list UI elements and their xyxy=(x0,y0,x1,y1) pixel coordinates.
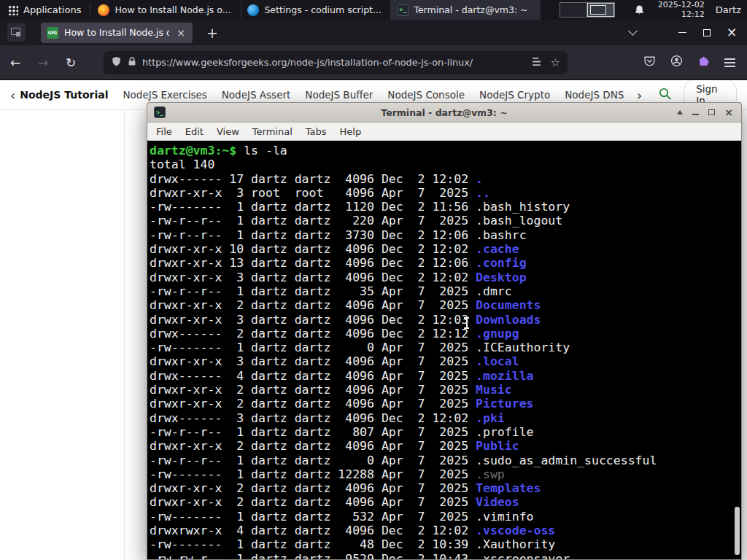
codium-icon xyxy=(247,4,259,16)
workspace-switcher[interactable] xyxy=(560,2,615,18)
browser-tab-active[interactable]: GfG How to Install Node.js on × xyxy=(41,23,193,43)
firefox-icon xyxy=(98,4,109,16)
taskbar-item-codium[interactable]: Settings - codium script... xyxy=(241,0,391,20)
terminal-menu-tabs[interactable]: Tabs xyxy=(299,126,333,137)
terminal-maximize-button[interactable] xyxy=(708,109,715,115)
url-bar[interactable]: https://www.geeksforgeeks.org/node-js/in… xyxy=(104,51,568,74)
taskbar-item-terminal[interactable]: Terminal - dartz@vm3: ~ xyxy=(391,0,541,20)
terminal-line: drwx------ 3 dartz dartz 4096 Dec 2 12:0… xyxy=(150,411,741,425)
toolbar-right-icons xyxy=(643,55,735,70)
extension-puzzle-icon[interactable] xyxy=(697,55,710,70)
terminal-window: Terminal - dartz@vm3: ~ × FileEditViewTe… xyxy=(147,102,742,560)
terminal-titlebar[interactable]: Terminal - dartz@vm3: ~ × xyxy=(147,103,741,122)
account-icon[interactable] xyxy=(670,55,683,70)
geeksforgeeks-favicon: GfG xyxy=(47,27,58,39)
applications-grid-icon xyxy=(7,4,18,15)
terminal-line: drwxr-xr-x 2 dartz dartz 4096 Apr 7 2025… xyxy=(150,397,741,411)
site-nav-item[interactable]: NodeJS Crypto xyxy=(479,89,550,101)
terminal-icon xyxy=(397,4,409,16)
terminal-line: -rw-r--r-- 1 dartz dartz 3730 Dec 2 12:0… xyxy=(150,228,741,242)
terminal-menu-edit[interactable]: Edit xyxy=(179,126,210,137)
padlock-icon[interactable] xyxy=(128,57,136,69)
mouse-ibeam-cursor xyxy=(463,317,470,329)
taskbar-item-label: Terminal - dartz@vm3: ~ xyxy=(414,4,527,15)
terminal-line: drwxr-xr-x 2 dartz dartz 4096 Apr 7 2025… xyxy=(150,481,741,495)
site-nav-item[interactable]: NodeJS Assert xyxy=(222,89,291,101)
panel-user-label[interactable]: Dartz xyxy=(716,4,741,15)
terminal-line: -rw------- 1 dartz dartz 12288 Apr 7 202… xyxy=(150,467,741,481)
urlbar-actions: ☆ xyxy=(532,56,560,69)
applications-menu-button[interactable]: Applications xyxy=(0,0,88,20)
forward-button[interactable]: → xyxy=(31,51,55,74)
tab-close-icon[interactable]: × xyxy=(175,27,187,39)
browser-close-button[interactable]: × xyxy=(719,23,744,42)
terminal-menu-file[interactable]: File xyxy=(150,126,179,137)
panel-clock[interactable]: 2025-12-02 12:12 xyxy=(657,1,705,19)
browser-window-controls: × xyxy=(670,23,744,42)
desktop-panel: Applications How to Install Node.js o...… xyxy=(0,0,747,20)
taskbar: How to Install Node.js o...Settings - co… xyxy=(92,0,541,20)
tab-title: How to Install Node.js on xyxy=(64,27,169,38)
site-nav-item[interactable]: NodeJS DNS xyxy=(565,89,624,101)
terminal-line: -rw------- 1 dartz dartz 48 Dec 2 10:39 … xyxy=(150,537,741,551)
terminal-line: -rw------- 1 dartz dartz 532 Apr 7 2025 … xyxy=(150,510,741,524)
list-all-tabs-button[interactable] xyxy=(622,31,643,34)
back-button[interactable]: ← xyxy=(3,51,28,74)
reload-button[interactable]: ↻ xyxy=(58,51,83,74)
notification-bell-icon[interactable] xyxy=(634,4,645,15)
terminal-shade-button[interactable] xyxy=(677,110,683,114)
terminal-line: -rw-r--r-- 1 dartz dartz 0 Apr 7 2025 .s… xyxy=(150,454,741,467)
terminal-menu-view[interactable]: View xyxy=(210,126,246,137)
browser-navigation-toolbar: ← → ↻ https://www.geeksforgeeks.org/node… xyxy=(0,45,747,80)
terminal-line: -rw-rw-r-- 1 dartz dartz 9529 Dec 2 10:4… xyxy=(150,552,741,559)
new-tab-button[interactable]: + xyxy=(202,25,222,41)
pocket-icon[interactable] xyxy=(643,55,656,70)
site-nav-item[interactable]: NodeJS Tutorial xyxy=(20,89,108,101)
firefox-view-icon[interactable] xyxy=(7,23,26,42)
workspace-2[interactable] xyxy=(587,3,614,17)
terminal-menu-terminal[interactable]: Terminal xyxy=(246,126,299,137)
tracking-protection-shield-icon[interactable] xyxy=(111,56,122,69)
terminal-line: drwxr-xr-x 2 dartz dartz 4096 Apr 7 2025… xyxy=(150,383,741,397)
terminal-line: drwxr-xr-x 2 dartz dartz 4096 Apr 7 2025… xyxy=(150,298,741,312)
site-nav-item[interactable]: NodeJS Exercises xyxy=(123,89,206,101)
applications-label: Applications xyxy=(23,4,81,15)
taskbar-item-label: How to Install Node.js o... xyxy=(115,4,231,15)
terminal-line: -rw-r--r-- 1 dartz dartz 220 Apr 7 2025 … xyxy=(150,214,741,228)
nav-scroll-left-icon[interactable]: ‹ xyxy=(6,88,20,103)
reader-view-icon[interactable] xyxy=(532,57,541,69)
terminal-scrollbar-thumb[interactable] xyxy=(735,507,740,555)
panel-separator xyxy=(90,4,90,17)
terminal-menu-help[interactable]: Help xyxy=(333,126,368,137)
terminal-line: drwx------ 17 dartz dartz 4096 Dec 2 12:… xyxy=(150,172,741,186)
terminal-line: drwxrwxr-x 4 dartz dartz 4096 Dec 2 12:0… xyxy=(150,524,741,537)
terminal-minimize-button[interactable] xyxy=(692,114,699,115)
terminal-body[interactable]: dartz@vm3:~$ ls -latotal 140drwx------ 1… xyxy=(147,141,741,559)
terminal-line: drwxr-xr-x 3 dartz dartz 4096 Dec 2 12:0… xyxy=(150,271,741,284)
terminal-menubar: FileEditViewTerminalTabsHelp xyxy=(147,122,741,141)
nav-scroll-right-icon[interactable]: › xyxy=(632,88,646,103)
terminal-line: -rw-r--r-- 1 dartz dartz 807 Apr 7 2025 … xyxy=(150,425,741,439)
browser-maximize-button[interactable] xyxy=(694,23,719,42)
terminal-app-icon xyxy=(154,106,166,118)
taskbar-item-firefox[interactable]: How to Install Node.js o... xyxy=(92,0,241,20)
search-icon[interactable] xyxy=(658,87,672,103)
desktop: Applications How to Install Node.js o...… xyxy=(0,0,747,560)
page-sidebar-divider xyxy=(124,110,125,560)
browser-minimize-button[interactable] xyxy=(670,23,694,42)
terminal-close-button[interactable]: × xyxy=(724,107,733,117)
terminal-line: drwxr-xr-x 3 root root 4096 Apr 7 2025 .… xyxy=(150,186,741,200)
browser-tab-strip: GfG How to Install Node.js on × + × xyxy=(0,20,747,45)
bookmark-star-icon[interactable]: ☆ xyxy=(551,56,560,69)
terminal-line: drwxr-xr-x 2 dartz dartz 4096 Apr 7 2025… xyxy=(150,439,741,453)
terminal-line: total 140 xyxy=(150,158,741,171)
site-nav-item[interactable]: NodeJS Console xyxy=(387,89,465,101)
workspace-1[interactable] xyxy=(560,3,587,17)
site-nav-item[interactable]: NodeJS Buffer xyxy=(305,89,373,101)
terminal-window-buttons: × xyxy=(677,107,741,117)
terminal-line: drwxr-xr-x 13 dartz dartz 4096 Dec 2 12:… xyxy=(150,256,741,270)
taskbar-item-label: Settings - codium script... xyxy=(264,4,381,15)
site-nav-items: NodeJS TutorialNodeJS ExercisesNodeJS As… xyxy=(20,89,632,101)
terminal-line: drwx------ 4 dartz dartz 4096 Apr 7 2025… xyxy=(150,369,741,383)
menu-hamburger-icon[interactable] xyxy=(724,62,735,63)
